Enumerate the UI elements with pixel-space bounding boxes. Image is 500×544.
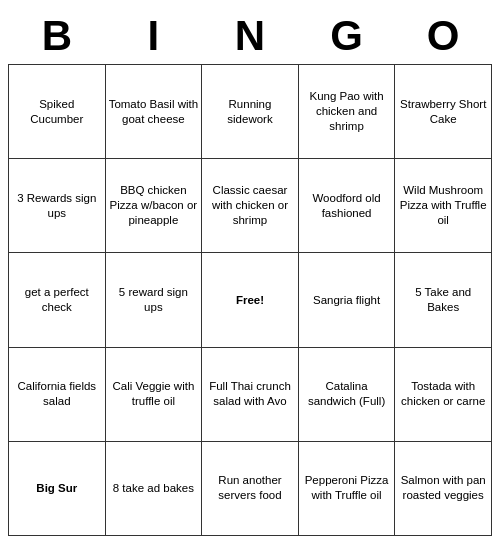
bingo-letter: G (298, 12, 395, 65)
bingo-cell: Pepperoni Pizza with Truffle oil (298, 441, 395, 535)
bingo-cell: Tomato Basil with goat cheese (105, 65, 202, 159)
bingo-cell: Big Sur (9, 441, 106, 535)
bingo-cell: Kung Pao with chicken and shrimp (298, 65, 395, 159)
bingo-cell: BBQ chicken Pizza w/bacon or pineapple (105, 159, 202, 253)
bingo-cell: Classic caesar with chicken or shrimp (202, 159, 299, 253)
bingo-letter: I (105, 12, 202, 65)
bingo-cell: Cali Veggie with truffle oil (105, 347, 202, 441)
bingo-grid: BINGO Spiked CucumberTomato Basil with g… (8, 12, 492, 536)
bingo-cell: Sangria flight (298, 253, 395, 347)
bingo-letter: N (202, 12, 299, 65)
bingo-cell: Spiked Cucumber (9, 65, 106, 159)
bingo-cell: Strawberry Short Cake (395, 65, 492, 159)
bingo-cell: Run another servers food (202, 441, 299, 535)
bingo-cell: Catalina sandwich (Full) (298, 347, 395, 441)
bingo-cell: Tostada with chicken or carne (395, 347, 492, 441)
bingo-cell: Salmon with pan roasted veggies (395, 441, 492, 535)
table-row: California fields saladCali Veggie with … (9, 347, 492, 441)
bingo-cell: Free! (202, 253, 299, 347)
bingo-letter: O (395, 12, 492, 65)
bingo-letter: B (9, 12, 106, 65)
table-row: get a perfect check5 reward sign upsFree… (9, 253, 492, 347)
bingo-cell: 8 take ad bakes (105, 441, 202, 535)
bingo-cell: Woodford old fashioned (298, 159, 395, 253)
bingo-cell: Running sidework (202, 65, 299, 159)
bingo-cell: 5 Take and Bakes (395, 253, 492, 347)
bingo-cell: California fields salad (9, 347, 106, 441)
table-row: 3 Rewards sign upsBBQ chicken Pizza w/ba… (9, 159, 492, 253)
bingo-cell: Full Thai crunch salad with Avo (202, 347, 299, 441)
table-row: Big Sur8 take ad bakesRun another server… (9, 441, 492, 535)
bingo-cell: 5 reward sign ups (105, 253, 202, 347)
bingo-cell: get a perfect check (9, 253, 106, 347)
bingo-cell: Wild Mushroom Pizza with Truffle oil (395, 159, 492, 253)
table-row: Spiked CucumberTomato Basil with goat ch… (9, 65, 492, 159)
bingo-cell: 3 Rewards sign ups (9, 159, 106, 253)
